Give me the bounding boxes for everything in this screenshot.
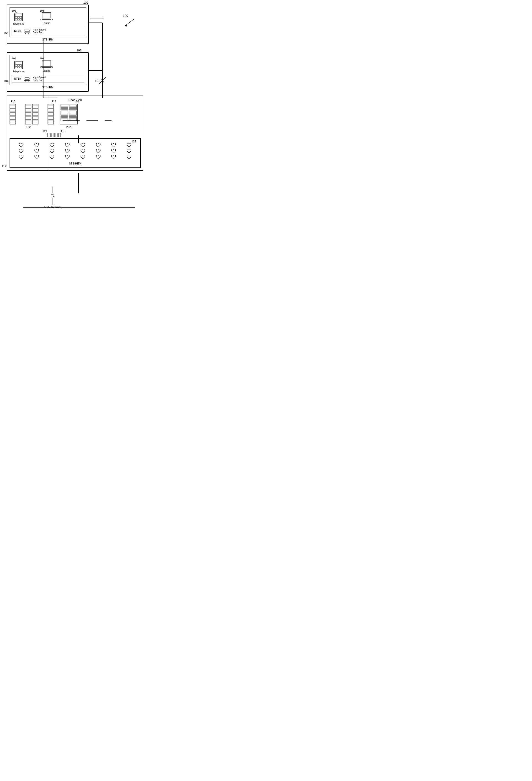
port-20: [65, 155, 70, 159]
svg-rect-33: [15, 61, 22, 65]
port-2: [34, 143, 39, 148]
telephone-icon-2: [13, 60, 24, 70]
hem-area: 121 124: [9, 133, 140, 168]
t1-line-top: [52, 187, 53, 193]
irm1-highspeed-label: High-Speed Data Port: [33, 28, 46, 34]
sts-hem-box: 124: [9, 138, 140, 168]
svg-rect-41: [43, 61, 50, 66]
rack-group-122: 122: [25, 104, 38, 124]
port-13: [80, 149, 85, 153]
svg-rect-39: [20, 67, 22, 68]
irm1-laptop-label: Laptop: [43, 22, 50, 24]
ref-100-label: 100: [123, 14, 136, 27]
port-17: [19, 155, 24, 159]
port-7: [111, 143, 116, 148]
irm-box-1: 102 104 106: [7, 5, 89, 44]
irm2-ref102: 102: [76, 49, 81, 52]
irm1-telephone: 106 Telephone: [13, 9, 24, 25]
svg-rect-21: [15, 14, 22, 16]
network-port-icon-2: [24, 76, 31, 81]
irm2-laptop: 108 Laptop: [40, 57, 53, 73]
svg-rect-29: [43, 13, 50, 18]
port-23: [111, 155, 116, 159]
svg-rect-30: [24, 29, 30, 33]
rack-unit-116a: [9, 104, 16, 124]
ref-100-arrow: [123, 18, 136, 27]
ref-116: 116: [11, 100, 15, 103]
laptop-icon-2: [40, 60, 53, 69]
ref-120: 120: [74, 100, 79, 103]
port-18: [34, 155, 39, 159]
svg-rect-36: [20, 65, 22, 66]
irm2-laptop-label: Laptop: [43, 69, 50, 72]
svg-rect-23: [17, 17, 19, 18]
port-24: [126, 155, 131, 159]
irm1-laptop-ref: 108: [40, 9, 44, 12]
t1-section: T1 VPN/Internet: [44, 187, 61, 209]
port-5: [80, 143, 85, 148]
svg-rect-26: [17, 19, 19, 20]
svg-rect-43: [25, 78, 29, 79]
irm2-tel-ref: 106: [12, 57, 16, 60]
ref-124: 124: [131, 140, 136, 143]
svg-rect-42: [24, 77, 30, 81]
svg-rect-25: [15, 19, 17, 20]
port-1: [19, 143, 24, 148]
svg-line-18: [125, 19, 134, 26]
headend-box: 112 Head-End 116: [7, 95, 144, 171]
connector-121: [47, 133, 61, 137]
irm1-label: STS-IRM: [9, 38, 86, 41]
rack-connectors: [16, 205, 137, 210]
svg-rect-40: [42, 60, 51, 67]
svg-rect-38: [17, 67, 19, 68]
svg-rect-24: [20, 17, 22, 18]
ref-112: 112: [2, 164, 7, 168]
irm2-laptop-ref: 108: [40, 57, 44, 60]
port-12: [65, 149, 70, 153]
rack-group-116: 116: [9, 104, 16, 124]
rack-unit-122b: [32, 104, 38, 124]
irm1-stsn-label: STSN: [14, 29, 22, 33]
vpn-label: VPN/Internet: [44, 205, 61, 209]
irm2-highspeed-label: High-Speed Data Port: [33, 76, 46, 81]
port-10: [34, 149, 39, 153]
svg-line-44: [99, 77, 106, 84]
port-6: [96, 143, 101, 148]
ref-118: 118: [52, 100, 56, 103]
port-16: [126, 149, 131, 153]
svg-rect-22: [15, 17, 17, 18]
svg-marker-19: [125, 25, 127, 27]
connector-110-mark: [98, 76, 107, 85]
diagram-container: 100 102 104 106: [0, 0, 155, 228]
port-3: [49, 143, 54, 148]
pbx-group: 120 119: [59, 104, 78, 128]
svg-rect-37: [15, 67, 17, 68]
port-11: [49, 149, 54, 153]
irm2-stsn-label: STSN: [14, 77, 22, 80]
ref-122: 122: [26, 125, 31, 128]
irm1-tel-label: Telephone: [13, 22, 24, 25]
pbx-icon: [59, 104, 78, 124]
irm-box-2: 102 104 106 Tele: [7, 52, 89, 92]
port-14: [96, 149, 101, 153]
port-grid: [12, 141, 138, 161]
port-19: [49, 155, 54, 159]
rack-unit-118a: [48, 104, 54, 124]
port-8: [126, 143, 131, 148]
rack-group-118: 118: [48, 104, 54, 124]
irm1-tel-ref: 106: [12, 9, 16, 12]
ref-119: 119: [61, 129, 65, 133]
rack-unit-122a: [25, 104, 31, 124]
sts-hem-label: STS-HEM: [12, 162, 138, 165]
irm2-stsn-row: STSN High-Speed Data Port: [12, 75, 84, 83]
t1-line-bottom: [52, 198, 53, 205]
ref-121: 121: [43, 130, 47, 133]
irm2-label: STS-IRM: [9, 86, 86, 89]
svg-rect-35: [17, 65, 19, 66]
t1-label: T1: [51, 194, 54, 197]
irm2-tel-label: Telephone: [13, 70, 24, 73]
network-port-icon-1: [24, 28, 31, 34]
svg-rect-27: [20, 19, 22, 20]
port-9: [19, 149, 24, 153]
pbx-label: PBX: [59, 125, 78, 128]
